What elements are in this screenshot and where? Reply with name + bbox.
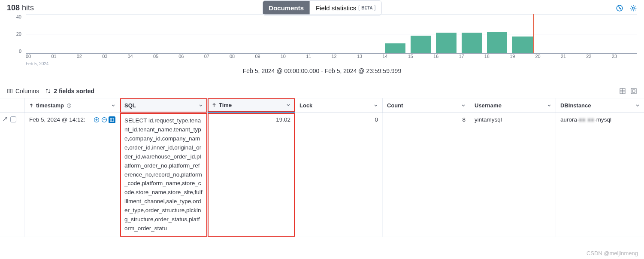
hit-count: 108 hits	[7, 3, 34, 12]
col-timestamp[interactable]: timestamp	[25, 98, 120, 113]
bar-18[interactable]	[487, 32, 507, 53]
cell-time: 19.02	[208, 113, 295, 237]
chevron-down-icon[interactable]	[461, 104, 466, 108]
tab-documents[interactable]: Documents	[263, 1, 310, 15]
chevron-down-icon[interactable]	[286, 103, 290, 107]
sort-button[interactable]: 2 fields sorted	[45, 88, 94, 94]
cell-username: yintamysql	[470, 113, 556, 237]
columns-button[interactable]: Columns	[7, 88, 39, 94]
chevron-down-icon[interactable]	[111, 104, 115, 108]
col-count[interactable]: Count	[383, 98, 470, 113]
tab-field-statistics[interactable]: Field statistics BETA	[310, 1, 381, 15]
redacted-text: xx xx	[579, 116, 595, 123]
expand-row-icon[interactable]	[3, 116, 8, 122]
time-range-label: Feb 5, 2024 @ 00:00:00.000 - Feb 5, 2024…	[7, 61, 637, 78]
col-time[interactable]: Time	[208, 98, 295, 113]
svg-rect-13	[110, 118, 114, 122]
bar-15[interactable]	[411, 36, 431, 53]
cell-lock: 0	[295, 113, 383, 237]
view-mode-tabs: Documents Field statistics BETA	[262, 0, 381, 15]
sort-asc-icon	[212, 103, 216, 107]
chevron-down-icon[interactable]	[547, 104, 551, 108]
bar-19[interactable]	[512, 37, 532, 53]
cell-sql: SELECT id,request_type,tenant_id,tenant_…	[120, 113, 208, 237]
x-axis-date: Feb 5, 2024	[26, 61, 48, 66]
col-lock[interactable]: Lock	[295, 98, 383, 113]
row-checkbox[interactable]	[10, 116, 16, 122]
bar-16[interactable]	[436, 33, 456, 53]
cell-timestamp: Feb 5, 2024 @ 14:12:	[25, 113, 120, 237]
x-axis: 0001020304050607080910111213141516171819…	[26, 54, 637, 61]
header-lead	[0, 98, 25, 113]
cell-dbinstance: aurora-xx xx-mysql	[556, 113, 644, 237]
svg-rect-2	[8, 89, 12, 93]
settings-icon[interactable]	[629, 4, 637, 12]
table-header: timestamp SQL Time Lock Count Username D…	[0, 98, 644, 113]
table-density-icon[interactable]	[619, 88, 626, 94]
chevron-down-icon[interactable]	[199, 104, 203, 108]
beta-badge: BETA	[359, 5, 375, 11]
bar-14[interactable]	[385, 43, 405, 53]
svg-rect-9	[631, 88, 636, 94]
bar-17[interactable]	[462, 33, 482, 53]
cell-count: 8	[383, 113, 470, 237]
col-sql[interactable]: SQL	[120, 98, 208, 113]
filter-out-icon[interactable]	[101, 116, 108, 123]
col-username[interactable]: Username	[470, 98, 556, 113]
chevron-down-icon[interactable]	[374, 104, 378, 108]
col-dbinstance[interactable]: DBInstance	[556, 98, 644, 113]
toggle-column-icon[interactable]	[109, 116, 115, 123]
histogram-chart[interactable]: 40 20 0 00010203040506070809101112131415…	[0, 12, 644, 79]
filter-in-icon[interactable]	[93, 116, 100, 123]
table-toolbar: Columns 2 fields sorted	[0, 84, 644, 98]
svg-point-1	[632, 7, 635, 9]
inspect-icon[interactable]	[616, 4, 623, 12]
fullscreen-icon[interactable]	[630, 88, 637, 94]
chevron-down-icon[interactable]	[635, 104, 640, 108]
sort-asc-icon	[29, 104, 33, 108]
clock-icon	[67, 103, 72, 108]
y-axis: 40 20 0	[7, 14, 24, 54]
table-row[interactable]: Feb 5, 2024 @ 14:12: SELECT id,request_t…	[0, 113, 644, 237]
